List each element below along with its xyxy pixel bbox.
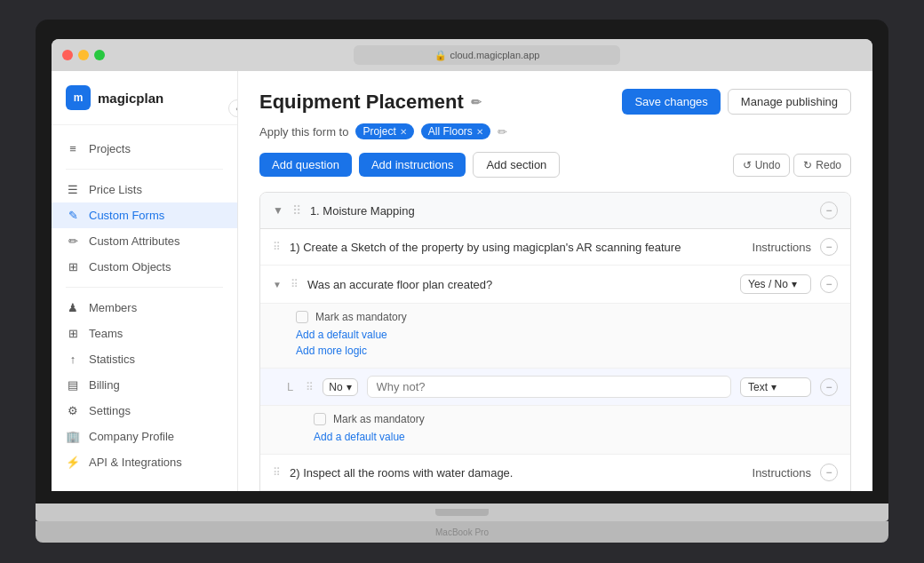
sidebar-item-custom-attributes[interactable]: ✏ Custom Attributes: [52, 228, 237, 254]
sub-row-remove-button[interactable]: −: [820, 378, 838, 396]
sidebar-item-label: Custom Forms: [89, 209, 164, 222]
row3-text: 2) Inspect all the rooms with water dama…: [290, 466, 744, 480]
all-floors-tag-label: All Floors: [428, 125, 473, 138]
divider: [66, 169, 223, 170]
sidebar-item-api-integrations[interactable]: ⚡ API & Integrations: [52, 449, 237, 475]
maximize-button[interactable]: [94, 50, 105, 60]
custom-objects-icon: ⊞: [66, 260, 80, 274]
sidebar-item-label: Custom Objects: [89, 260, 171, 274]
close-button[interactable]: [62, 50, 73, 60]
undo-label: Undo: [755, 159, 781, 171]
row3-remove-button[interactable]: −: [820, 464, 838, 481]
row2-type-select[interactable]: Yes / No ▾: [740, 274, 811, 294]
section-title: 1. Moisture Mapping: [310, 204, 415, 218]
settings-icon: ⚙: [66, 404, 80, 417]
sub-mandatory-checkbox[interactable]: [314, 413, 326, 425]
sidebar-item-label: API & Integrations: [89, 456, 182, 469]
row2-add-logic-link[interactable]: Add more logic: [296, 345, 838, 357]
sub-add-default-link[interactable]: Add a default value: [314, 431, 838, 443]
row2-chevron[interactable]: ▼: [273, 280, 282, 289]
sub-row-condition-label: No: [329, 381, 342, 393]
custom-forms-icon: ✎: [66, 209, 80, 222]
sub-mandatory-label: Mark as mandatory: [333, 413, 425, 425]
sub-row-type-select[interactable]: Text ▾: [740, 377, 811, 397]
sidebar-item-statistics[interactable]: ↑ Statistics: [52, 346, 237, 372]
page-title-text: Equipment Placement: [259, 91, 464, 114]
sidebar-item-projects[interactable]: ≡ Projects: [52, 136, 237, 162]
laptop-label: MacBook Pro: [435, 527, 489, 537]
sidebar-item-settings[interactable]: ⚙ Settings: [52, 398, 237, 424]
sub-row-condition-select[interactable]: No ▾: [323, 378, 357, 396]
sidebar-item-label: Teams: [89, 327, 123, 340]
add-section-button[interactable]: Add section: [473, 152, 560, 178]
row2-mandatory-row: Mark as mandatory: [296, 311, 838, 323]
form-row-instruction-1: ⠿ 1) Create a Sketch of the property by …: [260, 229, 850, 266]
minimize-button[interactable]: [78, 50, 89, 60]
sidebar-item-custom-forms[interactable]: ✎ Custom Forms: [52, 202, 237, 228]
row1-label: Instructions: [753, 241, 811, 254]
laptop-bottom: [36, 504, 888, 521]
sidebar-item-custom-objects[interactable]: ⊞ Custom Objects: [52, 254, 237, 280]
sidebar-item-members[interactable]: ♟ Members: [52, 295, 237, 321]
apply-row: Apply this form to Project ✕ All Floors …: [259, 123, 851, 139]
sidebar-logo: m magicplan: [52, 85, 237, 125]
row2-mandatory-checkbox[interactable]: [296, 311, 308, 323]
sidebar-item-label: Members: [89, 301, 137, 314]
sub-row-chevron-icon: ▾: [771, 381, 777, 393]
logo-letter: m: [74, 91, 84, 104]
row1-remove-button[interactable]: −: [820, 238, 838, 256]
sidebar-item-label: Price Lists: [89, 183, 142, 196]
project-tag-label: Project: [362, 125, 395, 138]
all-floors-tag-close[interactable]: ✕: [476, 127, 483, 137]
main-content: Equipment Placement ✏ Save changes Manag…: [238, 71, 872, 491]
section-remove-button[interactable]: −: [820, 202, 838, 219]
sub-row-expanded: Mark as mandatory Add a default value: [260, 406, 850, 455]
sub-row-indicator: L: [287, 380, 293, 393]
redo-icon: ↻: [803, 159, 812, 171]
undo-button[interactable]: ↺ Undo: [733, 154, 791, 177]
title-edit-icon[interactable]: ✏: [471, 95, 482, 109]
row2-text: Was an accurate floor plan created?: [307, 278, 731, 291]
sub-row-input[interactable]: [367, 376, 731, 398]
section-drag-handle[interactable]: ⠿: [292, 203, 301, 218]
sidebar-item-billing[interactable]: ▤ Billing: [52, 372, 237, 398]
url-bar[interactable]: 🔒 cloud.magicplan.app: [354, 45, 620, 65]
all-floors-tag[interactable]: All Floors ✕: [421, 123, 490, 139]
billing-icon: ▤: [66, 378, 80, 392]
traffic-lights: [62, 50, 105, 60]
custom-attributes-icon: ✏: [66, 234, 80, 248]
row2-add-default-link[interactable]: Add a default value: [296, 329, 838, 341]
add-question-button[interactable]: Add question: [259, 153, 352, 177]
sub-row-mandatory-row: Mark as mandatory: [314, 413, 838, 425]
row2-mandatory-label: Mark as mandatory: [315, 311, 407, 323]
project-tag[interactable]: Project ✕: [355, 123, 413, 139]
undo-icon: ↺: [743, 159, 752, 171]
row1-drag-handle[interactable]: ⠿: [273, 241, 281, 253]
add-instructions-button[interactable]: Add instructions: [359, 153, 466, 177]
redo-button[interactable]: ↻ Redo: [793, 154, 851, 177]
company-profile-icon: 🏢: [66, 430, 80, 443]
form-section: ▼ ⠿ 1. Moisture Mapping − ⠿ 1) Create a …: [259, 192, 851, 491]
sub-row-condition-chevron: ▾: [346, 381, 352, 393]
page-header: Equipment Placement ✏ Save changes Manag…: [259, 89, 851, 115]
laptop-notch: [435, 509, 489, 516]
sidebar-item-company-profile[interactable]: 🏢 Company Profile: [52, 424, 237, 449]
edit-apply-icon[interactable]: ✏: [498, 125, 507, 139]
row3-drag-handle[interactable]: ⠿: [273, 466, 281, 479]
logo-box: m: [66, 85, 91, 110]
sub-row-type-label: Text: [748, 381, 768, 393]
section-header: ▼ ⠿ 1. Moisture Mapping −: [260, 193, 850, 229]
sidebar-item-teams[interactable]: ⊞ Teams: [52, 321, 237, 346]
project-tag-close[interactable]: ✕: [400, 127, 407, 137]
redo-label: Redo: [816, 159, 841, 171]
manage-publishing-button[interactable]: Manage publishing: [728, 89, 851, 115]
row2-remove-button[interactable]: −: [820, 275, 838, 293]
laptop-base: MacBook Pro: [36, 521, 888, 543]
sidebar-item-price-lists[interactable]: ☰ Price Lists: [52, 177, 237, 202]
save-changes-button[interactable]: Save changes: [622, 89, 720, 115]
url-text: cloud.magicplan.app: [450, 50, 540, 60]
sub-row-drag-handle[interactable]: ⠿: [306, 381, 314, 393]
row2-drag-handle[interactable]: ⠿: [291, 278, 299, 290]
price-lists-icon: ☰: [66, 183, 80, 196]
section-chevron-icon[interactable]: ▼: [273, 204, 283, 217]
